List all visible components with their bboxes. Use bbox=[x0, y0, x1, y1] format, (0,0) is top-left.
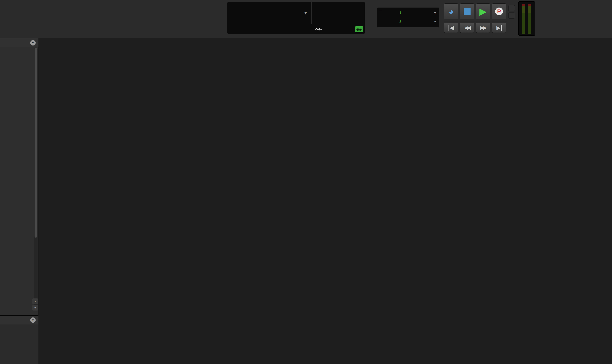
nudge-dropdown-icon[interactable]: ▼ bbox=[433, 20, 437, 23]
tracks-scroll-up-button[interactable]: ▲ bbox=[32, 299, 38, 304]
tracks-list bbox=[0, 48, 39, 314]
transport-extra-button-1[interactable] bbox=[508, 5, 515, 11]
go-to-end-button[interactable]: ▶ bbox=[492, 23, 506, 33]
counter-panel: ▼ bbox=[227, 2, 365, 34]
main-toolbar: ▼ bbox=[0, 0, 612, 38]
output-meters bbox=[518, 1, 535, 36]
edit-area bbox=[39, 38, 612, 364]
quickpunch-record-icon: P bbox=[495, 8, 503, 15]
go-to-start-button[interactable]: ◀ bbox=[444, 23, 458, 33]
record-button[interactable]: P bbox=[492, 3, 506, 19]
wait-for-note-icon: ◕ bbox=[448, 7, 454, 16]
tracks-list-scrollbar[interactable] bbox=[34, 48, 38, 310]
nudge-label[interactable] bbox=[379, 19, 380, 19]
stop-icon bbox=[464, 8, 471, 15]
zoom-cluster bbox=[51, 3, 92, 35]
edit-mode-cluster bbox=[0, 11, 41, 26]
grid-mode-label[interactable] bbox=[379, 10, 382, 10]
grid-dropdown-icon[interactable]: ▼ bbox=[433, 11, 437, 15]
grid-nudge-panel: ♩ ▼ ♩ ▼ bbox=[377, 7, 439, 28]
edit-options-row bbox=[94, 22, 224, 34]
play-button[interactable]: ▶ bbox=[476, 3, 490, 19]
counter-units-dropdown-icon[interactable]: ▼ bbox=[304, 11, 307, 15]
protools-edit-window: ▼ bbox=[0, 0, 612, 364]
rewind-button[interactable]: ◀◀ bbox=[460, 23, 474, 33]
transport-extra-button-2[interactable] bbox=[508, 13, 515, 19]
tracks-list-menu-icon[interactable]: ▼ bbox=[30, 40, 36, 46]
wait-for-note-button[interactable]: ◕ bbox=[444, 3, 458, 19]
sidebar: ▼ ▲ ▼ ▼ bbox=[0, 38, 39, 364]
transport-cluster: ◕ ▶ P ◀ ◀◀ ▶▶ ▶ bbox=[444, 3, 515, 35]
grid-note-icon: ♩ bbox=[399, 10, 404, 15]
meter-right bbox=[528, 4, 531, 34]
groups-panel: ▼ bbox=[0, 315, 39, 364]
cursor-waveform-icon bbox=[315, 27, 322, 32]
timeline-insertion-icon[interactable] bbox=[355, 26, 363, 32]
nudge-note-icon: ♩ bbox=[399, 18, 404, 24]
fast-forward-button[interactable]: ▶▶ bbox=[476, 23, 490, 33]
groups-menu-icon[interactable]: ▼ bbox=[30, 317, 36, 323]
meter-left bbox=[522, 4, 525, 34]
tracks-scroll-down-button[interactable]: ▼ bbox=[32, 305, 38, 311]
play-icon: ▶ bbox=[479, 7, 487, 16]
edit-tools-row bbox=[94, 3, 224, 21]
stop-button[interactable] bbox=[460, 3, 474, 19]
